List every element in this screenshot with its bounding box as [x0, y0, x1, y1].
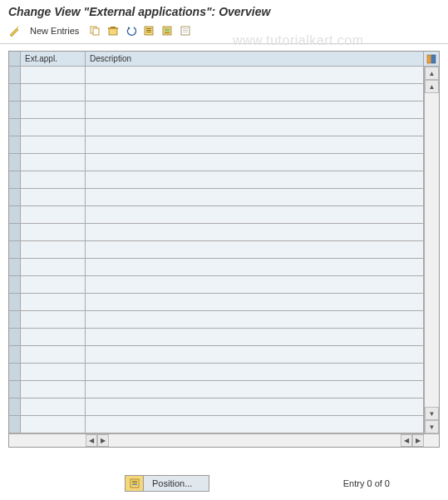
cell-description[interactable] [86, 346, 424, 364]
table-row [9, 259, 424, 276]
scroll-down-arrow[interactable]: ▼ [425, 420, 439, 433]
horizontal-scrollbar[interactable]: ◀ ▶ ◀ ▶ [9, 433, 439, 447]
cell-ext-appl[interactable] [21, 136, 86, 154]
table-row [9, 171, 424, 189]
table-row [9, 381, 424, 399]
cell-ext-appl[interactable] [21, 276, 86, 294]
row-selector[interactable] [9, 346, 21, 364]
cell-description[interactable] [86, 381, 424, 399]
scroll-up-arrow-2[interactable]: ▲ [425, 80, 439, 93]
row-selector[interactable] [9, 224, 21, 241]
cell-description[interactable] [86, 119, 424, 136]
row-selector[interactable] [9, 329, 21, 346]
cell-description[interactable] [86, 241, 424, 259]
cell-description[interactable] [86, 67, 424, 84]
select-all-column[interactable] [9, 52, 21, 67]
row-selector[interactable] [9, 364, 21, 381]
position-icon [126, 476, 144, 491]
scroll-up-arrow[interactable]: ▲ [425, 67, 439, 80]
row-selector[interactable] [9, 101, 21, 119]
cell-description[interactable] [86, 276, 424, 294]
delete-icon[interactable] [106, 23, 121, 38]
row-selector[interactable] [9, 416, 21, 433]
cell-description[interactable] [86, 84, 424, 101]
data-table: Ext.appl. Description ▲ ▲ ▼ ▼ ◀ ▶ ◀ ▶ [8, 51, 440, 448]
svg-rect-3 [93, 28, 99, 35]
column-header-description[interactable]: Description [86, 52, 424, 67]
new-entries-button[interactable]: New Entries [25, 24, 84, 37]
cell-description[interactable] [86, 101, 424, 119]
cell-description[interactable] [86, 224, 424, 241]
cell-ext-appl[interactable] [21, 119, 86, 136]
hscroll-track[interactable] [109, 434, 401, 447]
row-selector[interactable] [9, 119, 21, 136]
cell-description[interactable] [86, 399, 424, 416]
cell-description[interactable] [86, 311, 424, 329]
row-selector[interactable] [9, 399, 21, 416]
cell-ext-appl[interactable] [21, 241, 86, 259]
cell-ext-appl[interactable] [21, 224, 86, 241]
vertical-scrollbar[interactable]: ▲ ▲ ▼ ▼ [424, 67, 439, 433]
cell-ext-appl[interactable] [21, 259, 86, 276]
scroll-down-arrow-2[interactable]: ▼ [425, 407, 439, 420]
undo-icon[interactable] [124, 23, 139, 38]
scroll-right-arrow-inner[interactable]: ▶ [97, 434, 109, 447]
wand-icon[interactable] [7, 23, 22, 38]
cell-ext-appl[interactable] [21, 381, 86, 399]
svg-rect-8 [146, 30, 151, 31]
deselect-all-icon[interactable] [179, 23, 194, 38]
row-selector[interactable] [9, 381, 21, 399]
cell-description[interactable] [86, 364, 424, 381]
cell-description[interactable] [86, 259, 424, 276]
row-selector[interactable] [9, 136, 21, 154]
copy-icon[interactable] [87, 23, 102, 38]
select-block-icon[interactable] [160, 23, 175, 38]
scroll-left-arrow-2[interactable]: ◀ [401, 434, 412, 447]
row-selector[interactable] [9, 311, 21, 329]
cell-ext-appl[interactable] [21, 311, 86, 329]
cell-description[interactable] [86, 294, 424, 311]
cell-ext-appl[interactable] [21, 101, 86, 119]
cell-description[interactable] [86, 171, 424, 189]
cell-ext-appl[interactable] [21, 84, 86, 101]
scroll-right-arrow[interactable]: ▶ [412, 434, 424, 447]
svg-rect-20 [132, 481, 137, 482]
table-row [9, 206, 424, 224]
cell-ext-appl[interactable] [21, 206, 86, 224]
row-selector[interactable] [9, 189, 21, 206]
cell-ext-appl[interactable] [21, 67, 86, 84]
row-selector[interactable] [9, 171, 21, 189]
column-header-ext-appl[interactable]: Ext.appl. [21, 52, 86, 67]
cell-description[interactable] [86, 154, 424, 171]
cell-ext-appl[interactable] [21, 154, 86, 171]
table-row [9, 189, 424, 206]
cell-ext-appl[interactable] [21, 346, 86, 364]
cell-ext-appl[interactable] [21, 171, 86, 189]
cell-description[interactable] [86, 416, 424, 433]
toolbar: New Entries [0, 22, 448, 44]
cell-ext-appl[interactable] [21, 294, 86, 311]
cell-ext-appl[interactable] [21, 364, 86, 381]
cell-ext-appl[interactable] [21, 416, 86, 433]
cell-ext-appl[interactable] [21, 399, 86, 416]
row-selector[interactable] [9, 241, 21, 259]
row-selector[interactable] [9, 154, 21, 171]
cell-description[interactable] [86, 329, 424, 346]
select-all-icon[interactable] [142, 23, 157, 38]
position-button[interactable]: Position... [125, 475, 209, 492]
cell-ext-appl[interactable] [21, 329, 86, 346]
row-selector[interactable] [9, 294, 21, 311]
cell-ext-appl[interactable] [21, 189, 86, 206]
row-selector[interactable] [9, 259, 21, 276]
position-label: Position... [144, 478, 209, 488]
row-selector[interactable] [9, 84, 21, 101]
scroll-left-arrow[interactable]: ◀ [86, 434, 97, 447]
table-config-icon[interactable] [424, 52, 439, 67]
cell-description[interactable] [86, 206, 424, 224]
cell-description[interactable] [86, 189, 424, 206]
cell-description[interactable] [86, 136, 424, 154]
scroll-track[interactable] [425, 93, 439, 407]
row-selector[interactable] [9, 206, 21, 224]
row-selector[interactable] [9, 67, 21, 84]
row-selector[interactable] [9, 276, 21, 294]
